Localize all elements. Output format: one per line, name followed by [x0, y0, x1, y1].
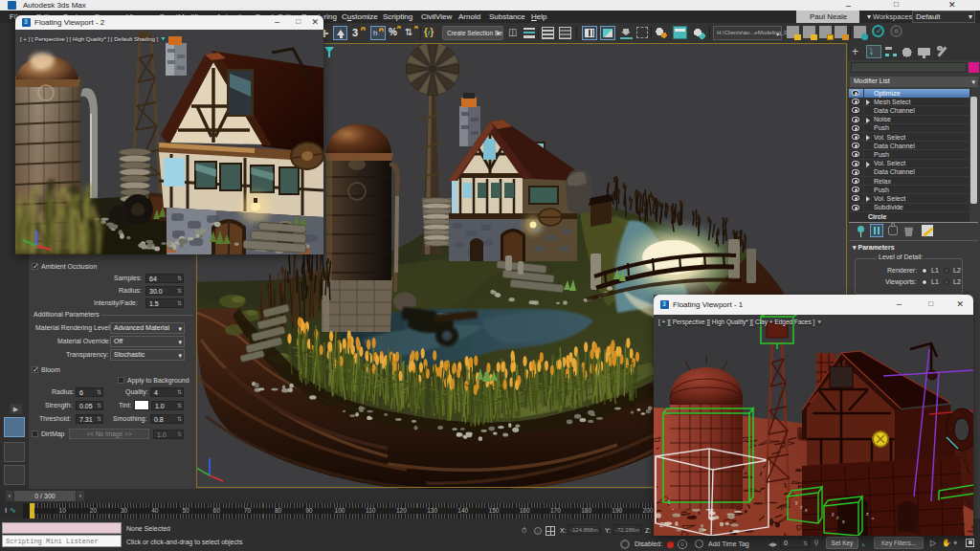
- svg-text:Z: Z: [659, 520, 664, 529]
- svg-text:x: x: [872, 516, 874, 520]
